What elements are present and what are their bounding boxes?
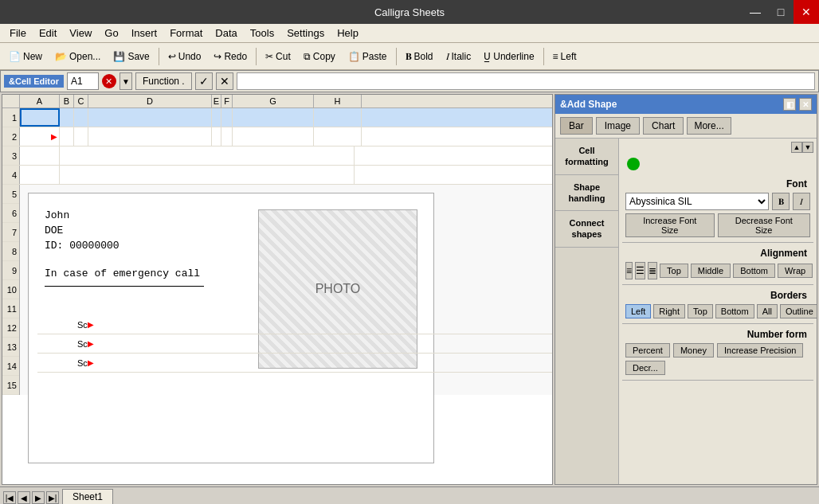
more-shapes-button[interactable]: More... <box>687 117 731 135</box>
bar-shape-button[interactable]: Bar <box>560 117 593 135</box>
menu-help[interactable]: Help <box>331 25 365 41</box>
cell-h2[interactable] <box>314 127 362 146</box>
panel-float-button[interactable]: ◧ <box>783 98 796 111</box>
connect-shapes-section[interactable]: Connectshapes <box>555 211 618 248</box>
cell-b1[interactable] <box>60 108 74 127</box>
cell-f2[interactable] <box>221 127 233 146</box>
table-row[interactable]: Sc▶ <box>37 334 552 354</box>
new-button[interactable]: 📄 New <box>3 46 48 67</box>
col-header-d[interactable]: D <box>88 95 212 107</box>
col-header-h[interactable]: H <box>314 95 362 107</box>
menu-data[interactable]: Data <box>209 25 243 41</box>
increase-font-size-button[interactable]: Increase Font Size <box>625 213 715 237</box>
cell-h1[interactable] <box>314 108 362 127</box>
panel-close-button[interactable]: ✕ <box>799 98 812 111</box>
tab-first-button[interactable]: |◀ <box>3 491 16 504</box>
undo-button[interactable]: ↩ Undo <box>163 46 207 67</box>
cell-e1[interactable] <box>212 108 221 127</box>
cell-formatting-section[interactable]: Cellformatting <box>555 139 618 175</box>
tab-prev-button[interactable]: ◀ <box>18 491 30 504</box>
redo-button[interactable]: ↪ Redo <box>208 46 253 67</box>
col-header-e[interactable]: E <box>212 95 221 107</box>
menu-insert[interactable]: Insert <box>125 25 164 41</box>
cell-d1[interactable] <box>88 108 212 127</box>
decrease-font-size-button[interactable]: Decrease Font Size <box>718 213 810 237</box>
scroll-up-button[interactable]: ▲ <box>791 142 802 153</box>
border-right-button[interactable]: Right <box>653 304 685 318</box>
chart-shape-button[interactable]: Chart <box>643 117 684 135</box>
maximize-button[interactable]: □ <box>768 0 794 24</box>
italic-button[interactable]: 𝐼 Italic <box>441 46 477 67</box>
scroll-down-button[interactable]: ▼ <box>802 142 813 153</box>
save-button[interactable]: 💾 Save <box>108 46 155 67</box>
cancel-button[interactable]: ✕ <box>216 72 233 90</box>
table-row[interactable]: Sc▶ <box>37 315 552 334</box>
table-row[interactable]: 2 ▶ <box>2 127 552 147</box>
percent-button[interactable]: Percent <box>625 343 670 357</box>
cell-f1[interactable] <box>221 108 233 127</box>
cell-d2[interactable] <box>88 127 212 146</box>
image-shape-button[interactable]: Image <box>596 117 640 135</box>
align-right-icon-btn[interactable]: ≣ <box>648 262 657 279</box>
increase-precision-button[interactable]: Increase Precision <box>717 343 804 357</box>
cell-a4[interactable] <box>20 166 60 184</box>
cell-a2[interactable]: ▶ <box>20 127 60 146</box>
cell-g2[interactable] <box>233 127 314 146</box>
confirm-button[interactable]: ✓ <box>195 72 213 90</box>
money-button[interactable]: Money <box>673 343 714 357</box>
cell-a3[interactable] <box>20 147 60 165</box>
table-row[interactable]: 1 <box>2 108 552 127</box>
cell-b2[interactable] <box>60 127 74 146</box>
menu-go[interactable]: Go <box>98 25 124 41</box>
align-top-button[interactable]: Top <box>660 264 688 278</box>
align-left-button[interactable]: ≡ Left <box>547 46 582 67</box>
tab-last-button[interactable]: ▶| <box>46 491 59 504</box>
menu-edit[interactable]: Edit <box>33 25 63 41</box>
decrease-precision-button[interactable]: Decr... <box>625 361 665 375</box>
cell-content-3[interactable] <box>60 147 355 165</box>
col-header-f[interactable]: F <box>221 95 233 107</box>
col-header-a[interactable]: A <box>20 95 60 107</box>
cell-ref-dropdown[interactable]: ▼ <box>120 72 132 90</box>
formula-input[interactable] <box>237 72 815 90</box>
font-select[interactable]: Abyssinica SIL <box>625 193 769 210</box>
menu-settings[interactable]: Settings <box>280 25 331 41</box>
menu-format[interactable]: Format <box>163 25 209 41</box>
border-left-button[interactable]: Left <box>625 304 651 318</box>
col-header-c[interactable]: C <box>74 95 88 107</box>
align-wrap-button[interactable]: Wrap <box>778 264 813 278</box>
table-row[interactable]: Sc▶ <box>37 354 552 373</box>
border-top-button[interactable]: Top <box>688 304 713 318</box>
cell-a1[interactable] <box>20 108 60 127</box>
function-button[interactable]: Function . <box>135 72 192 90</box>
cell-c1[interactable] <box>74 108 88 127</box>
cell-g1[interactable] <box>233 108 314 127</box>
align-bottom-button[interactable]: Bottom <box>733 264 775 278</box>
shape-handling-section[interactable]: Shapehandling <box>555 175 618 212</box>
menu-view[interactable]: View <box>63 25 98 41</box>
cut-button[interactable]: ✂ Cut <box>260 46 296 67</box>
cell-content-4[interactable] <box>60 166 355 184</box>
col-header-b[interactable]: B <box>60 95 74 107</box>
border-all-button[interactable]: All <box>757 304 778 318</box>
align-center-icon-btn[interactable]: ☰ <box>635 262 645 279</box>
col-header-g[interactable]: G <box>233 95 314 107</box>
font-bold-icon-btn[interactable]: 𝐁 <box>772 193 790 210</box>
tab-next-button[interactable]: ▶ <box>32 491 45 504</box>
table-row[interactable]: 4 <box>2 166 552 185</box>
underline-button[interactable]: U̲ Underline <box>478 46 539 67</box>
menu-file[interactable]: File <box>3 25 33 41</box>
table-row[interactable]: 3 <box>2 147 552 166</box>
cell-error-icon[interactable]: ✕ <box>102 74 116 88</box>
close-button[interactable]: ✕ <box>794 0 819 24</box>
cell-e2[interactable] <box>212 127 221 146</box>
font-italic-icon-btn[interactable]: 𝐼 <box>793 193 810 210</box>
bold-button[interactable]: 𝐁 Bold <box>400 46 439 67</box>
open-button[interactable]: 📂 Open... <box>49 46 106 67</box>
minimize-button[interactable]: — <box>743 0 768 24</box>
sheet-tab-1[interactable]: Sheet1 <box>62 489 113 504</box>
align-middle-button[interactable]: Middle <box>691 264 731 278</box>
border-outline-button[interactable]: Outline <box>780 304 817 318</box>
cell-c2[interactable] <box>74 127 88 146</box>
border-bottom-button[interactable]: Bottom <box>715 304 754 318</box>
